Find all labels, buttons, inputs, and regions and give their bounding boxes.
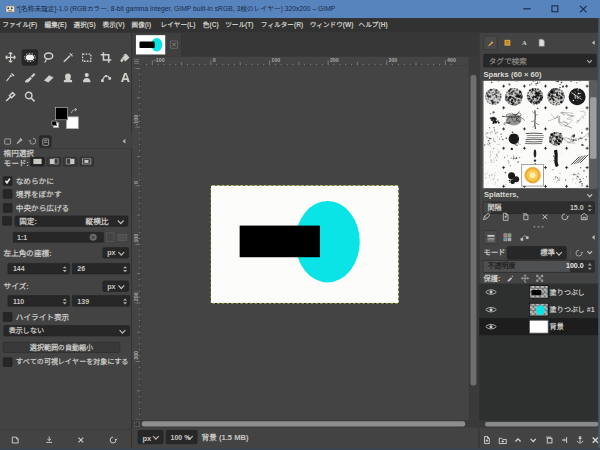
svg-text:100: 100: [271, 57, 280, 63]
svg-text:400: 400: [447, 57, 456, 63]
svg-text:0: 0: [213, 57, 216, 63]
svg-text:300: 300: [133, 351, 139, 360]
svg-text:-100: -100: [133, 115, 139, 126]
svg-text:-100: -100: [154, 57, 165, 63]
svg-text:200: 200: [330, 57, 339, 63]
svg-text:100: 100: [133, 234, 139, 243]
svg-text:A: A: [522, 39, 527, 46]
svg-text:0: 0: [133, 181, 139, 184]
svg-text:200: 200: [133, 292, 139, 301]
svg-text:300: 300: [388, 57, 397, 63]
